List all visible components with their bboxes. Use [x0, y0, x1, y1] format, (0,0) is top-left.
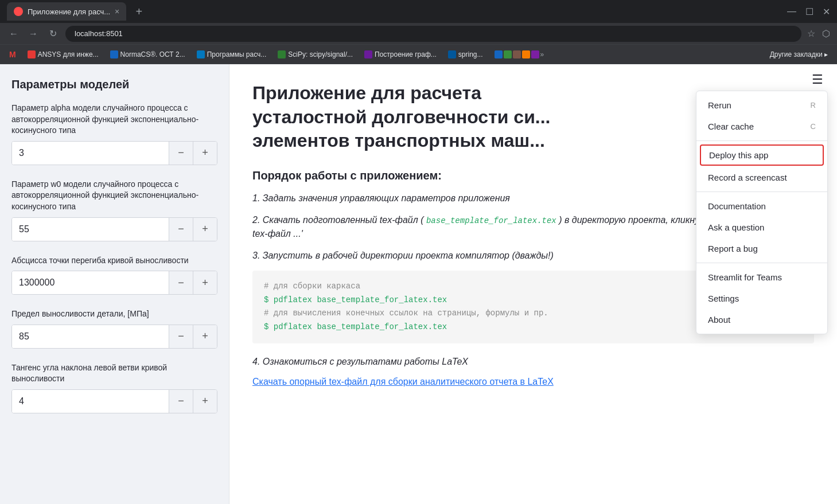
- param-input-1[interactable]: [12, 142, 169, 165]
- bookmark-label: ANSYS для инже...: [38, 50, 99, 58]
- address-input[interactable]: [65, 26, 801, 42]
- step-4-text: 4. Ознакомиться с результатами работы La…: [252, 355, 814, 369]
- bookmark-other[interactable]: Другие закладки ▸: [765, 48, 832, 61]
- code-cmd-1: $ pdflatex base_template_for_latex.tex: [264, 295, 447, 304]
- window-controls: — ☐ ✕: [787, 6, 830, 17]
- menu-divider-2: [696, 192, 827, 192]
- param-control-4: − +: [11, 325, 217, 349]
- address-bar: ← → ↻ ☆ ⬡: [0, 23, 837, 45]
- extension-icon[interactable]: ⬡: [822, 28, 830, 39]
- param-label-5: Тангенс угла наклона левой ветви кривой …: [11, 362, 217, 385]
- param-control-3: − +: [11, 271, 217, 295]
- tab-favicon: [14, 7, 23, 16]
- menu-item-report-bug[interactable]: Report a bug: [696, 238, 827, 259]
- param-label-1: Параметр alpha модели случайного процесс…: [11, 103, 217, 136]
- main-content: ☰ Приложение для расчетаусталостной долг…: [229, 64, 837, 504]
- browser-tab[interactable]: Приложение для расч... ×: [7, 2, 126, 21]
- param-increment-1[interactable]: +: [193, 142, 217, 165]
- param-increment-4[interactable]: +: [193, 325, 217, 348]
- bookmark-scipy[interactable]: SciPy: scipy/signal/...: [273, 48, 357, 61]
- menu-item-docs[interactable]: Documentation: [696, 196, 827, 217]
- param-label-2: Параметр w0 модели случайного процесса с…: [11, 179, 217, 213]
- param-decrement-3[interactable]: −: [169, 271, 193, 294]
- code-comment-2: # для вычисления конечных ссылок на стра…: [264, 308, 548, 318]
- param-decrement-1[interactable]: −: [169, 142, 193, 165]
- param-increment-5[interactable]: +: [193, 390, 217, 413]
- sidebar: Параметры моделей Параметр alpha модели …: [0, 64, 229, 504]
- menu-item-deploy[interactable]: Deploy this app: [700, 144, 824, 166]
- bookmark-prog[interactable]: Программы расч...: [192, 48, 271, 61]
- param-label-3: Абсцисса точки перегиба кривой выносливо…: [11, 255, 217, 267]
- bookmark-label: Построение граф...: [375, 50, 437, 58]
- hamburger-menu-btn[interactable]: ☰: [807, 70, 828, 89]
- bookmark-label: Программы расч...: [207, 50, 267, 58]
- address-actions: ☆ ⬡: [807, 28, 830, 39]
- tab-title: Приложение для расч...: [28, 7, 110, 16]
- dropdown-menu: Rerun R Clear cache C Deploy this app Re…: [696, 91, 828, 334]
- param-control-1: − +: [11, 141, 217, 165]
- minimize-btn[interactable]: —: [787, 6, 796, 17]
- bookmarks-bar: M ANSYS для инже... NormaCS®. ОСТ 2... П…: [0, 45, 837, 64]
- bookmark-norma[interactable]: NormaCS®. ОСТ 2...: [106, 48, 190, 61]
- menu-item-teams[interactable]: Streamlit for Teams: [696, 267, 827, 288]
- forward-btn[interactable]: →: [26, 27, 40, 41]
- menu-divider-1: [696, 140, 827, 141]
- bookmark-graph[interactable]: Построение граф...: [360, 48, 441, 61]
- reload-btn[interactable]: ↻: [46, 27, 60, 41]
- param-increment-2[interactable]: +: [193, 218, 217, 241]
- menu-item-clear-cache[interactable]: Clear cache C: [696, 116, 827, 137]
- download-latex-link[interactable]: Скачать опорный tex-файл для сборки анал…: [252, 377, 554, 386]
- back-btn[interactable]: ←: [7, 27, 21, 41]
- bookmark-label: spring...: [458, 50, 483, 58]
- menu-divider-3: [696, 263, 827, 263]
- menu-item-about[interactable]: About: [696, 309, 827, 330]
- menu-item-ask[interactable]: Ask a question: [696, 217, 827, 238]
- maximize-btn[interactable]: ☐: [805, 6, 813, 17]
- menu-item-screencast[interactable]: Record a screencast: [696, 167, 827, 188]
- param-input-5[interactable]: [12, 390, 169, 413]
- new-tab-btn[interactable]: +: [131, 3, 147, 19]
- param-input-4[interactable]: [12, 325, 169, 348]
- param-decrement-2[interactable]: −: [169, 218, 193, 241]
- bookmark-gmail[interactable]: M: [5, 48, 21, 61]
- menu-item-settings[interactable]: Settings: [696, 288, 827, 309]
- tab-close-btn[interactable]: ×: [115, 7, 119, 16]
- bookmark-spring[interactable]: spring...: [443, 48, 488, 61]
- sidebar-title: Параметры моделей: [11, 78, 217, 91]
- code-cmd-2: $ pdflatex base_template_for_latex.tex: [264, 322, 447, 331]
- bookmark-label: NormaCS®. ОСТ 2...: [120, 50, 185, 58]
- param-decrement-5[interactable]: −: [169, 390, 193, 413]
- bookmark-icon[interactable]: ☆: [807, 28, 815, 39]
- param-control-5: − +: [11, 389, 217, 413]
- code-comment-1: # для сборки каркаса: [264, 282, 360, 291]
- bookmark-label: SciPy: scipy/signal/...: [288, 50, 353, 58]
- menu-item-rerun[interactable]: Rerun R: [696, 95, 827, 116]
- bookmark-more-icons[interactable]: »: [490, 48, 549, 61]
- param-input-2[interactable]: [12, 218, 169, 241]
- close-btn[interactable]: ✕: [823, 6, 830, 17]
- browser-chrome: Приложение для расч... × + — ☐ ✕: [0, 0, 837, 23]
- param-label-4: Предел выносливости детали, [МПа]: [11, 308, 217, 320]
- param-increment-3[interactable]: +: [193, 271, 217, 294]
- param-control-2: − +: [11, 217, 217, 241]
- param-decrement-4[interactable]: −: [169, 325, 193, 348]
- bookmark-ansys[interactable]: ANSYS для инже...: [23, 48, 103, 61]
- app-container: Параметры моделей Параметр alpha модели …: [0, 64, 837, 504]
- param-input-3[interactable]: [12, 271, 169, 294]
